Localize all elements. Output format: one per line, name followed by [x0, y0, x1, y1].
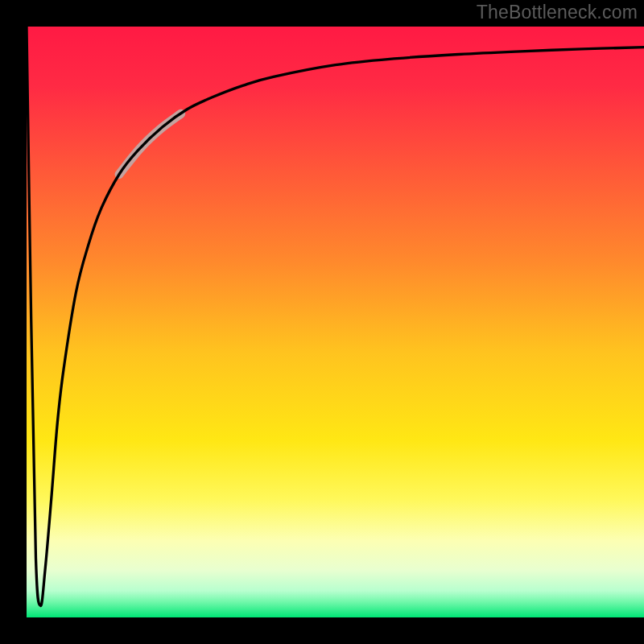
watermark-text: TheBottleneck.com [477, 2, 638, 23]
bottleneck-curve [27, 27, 644, 606]
curve-highlight [119, 114, 181, 174]
curve-layer [27, 27, 644, 617]
plot-area [27, 27, 644, 617]
chart-stage: TheBottleneck.com [0, 0, 644, 644]
